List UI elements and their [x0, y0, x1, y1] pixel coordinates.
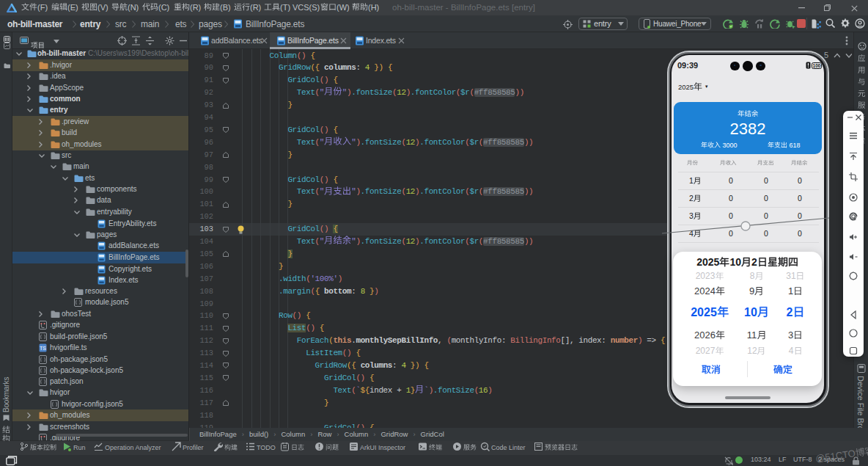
- svg-text:TS: TS: [40, 346, 46, 351]
